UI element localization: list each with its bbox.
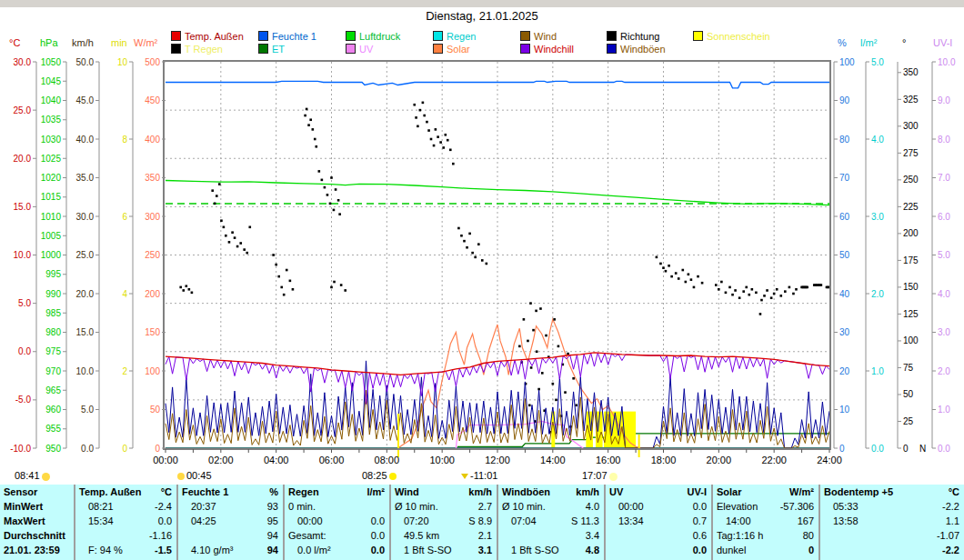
x-axis-time-label: 12:00 xyxy=(485,455,510,465)
astro-time: 08:25 xyxy=(362,470,398,481)
astro-time-label: 00:45 xyxy=(186,470,212,481)
axis-tick-label: 10.0 xyxy=(14,250,32,260)
cell-value: 2.7 xyxy=(478,500,492,515)
axis-tick-label: 150 xyxy=(145,327,160,337)
column-title: Windböen xyxy=(502,485,550,500)
cell-info: 00:00 xyxy=(288,515,323,529)
sun-low-icon xyxy=(461,474,468,479)
cell-info: 14:00 xyxy=(717,515,751,529)
cell-info: Ø 10 min. xyxy=(395,500,438,515)
column-title: Temp. Außen xyxy=(79,485,141,500)
cell-info: 0 min. xyxy=(288,500,316,515)
column-title: Feuchte 1 xyxy=(182,485,228,500)
cell-value: 0.0 xyxy=(371,515,385,529)
row-label: MinWert xyxy=(4,500,43,515)
axis-tick-label: 70 xyxy=(839,173,850,183)
moon-icon xyxy=(42,473,50,481)
cell-info: 20:37 xyxy=(182,500,216,515)
cell-info: 1 Bft S-SO xyxy=(502,544,559,558)
table-column: SensorMinWertMaxWertDurchschnitt21.01. 2… xyxy=(0,485,75,560)
table-row-cell: MaxWert xyxy=(4,515,69,529)
cell-value: 4.8 xyxy=(586,544,599,558)
axis-tick-label: 10 xyxy=(839,405,850,415)
x-axis-time-label: 00:00 xyxy=(153,455,178,465)
row-label: 21.01. 23:59 xyxy=(4,544,60,558)
cell-info: 49.5 km xyxy=(395,529,439,544)
table-row-cell: 1 Bft S-SO4.8 xyxy=(502,544,599,558)
axis-tick-label: 10.0 xyxy=(938,57,956,67)
column-unit: UV-I xyxy=(688,485,707,500)
axis-tick-label: 3.0 xyxy=(938,327,950,337)
table-row-cell: -2.2 xyxy=(824,544,959,558)
axis-tick-label: 1.0 xyxy=(938,405,950,415)
table-column: Feuchte 1%20:379304:2595944.10 g/m³94 xyxy=(178,485,285,560)
axis-tick-label: 1045 xyxy=(41,76,62,86)
table-row-cell: Durchschnitt xyxy=(4,529,69,544)
cell-value: 95 xyxy=(267,515,278,529)
column-title: UV xyxy=(609,485,623,500)
axis-tick-label: 300 xyxy=(903,121,919,131)
axis-tick-label: 1.0 xyxy=(871,366,884,376)
table-row-cell: dunkel0 xyxy=(717,544,814,558)
axis-tick-label: 1025 xyxy=(41,154,62,164)
axis-tick-label: 4 xyxy=(122,289,127,299)
table-row-cell: 0.0 l/m²0.0 xyxy=(288,544,385,558)
axis-tick-label: 5.0 xyxy=(81,405,94,415)
cell-value: -2.4 xyxy=(155,500,172,515)
axis-tick-label: 25.0 xyxy=(14,105,32,115)
axis-unit-label: ° xyxy=(902,37,906,48)
axis-tick-label: 0 xyxy=(903,444,909,454)
cell-info: 15:34 xyxy=(79,515,114,529)
column-title: Solar xyxy=(717,485,742,500)
axis-unit-label: l/m² xyxy=(860,37,878,48)
astro-time-label: 08:41 xyxy=(15,470,40,481)
column-unit: W/m² xyxy=(789,485,814,500)
table-row-cell: 94 xyxy=(182,529,278,544)
column-unit: km/h xyxy=(468,485,492,500)
axis-tick-label: 60 xyxy=(839,212,850,222)
axis-tick-label: 450 xyxy=(145,95,160,105)
axis-tick-label: 250 xyxy=(903,175,919,185)
x-axis-time-label: 18:00 xyxy=(651,455,677,465)
column-unit: % xyxy=(269,485,278,500)
cell-info: Elevation xyxy=(717,500,758,515)
axis-unit-label: min xyxy=(111,37,127,48)
astro-time: 08:41 xyxy=(15,470,52,481)
axis-tick-label: 1015 xyxy=(41,192,62,202)
axis-tick-label: 50 xyxy=(839,250,850,260)
axis-tick-label: 400 xyxy=(145,135,160,145)
cell-value: 4.0 xyxy=(586,500,599,515)
cell-value: 0.0 xyxy=(371,544,385,558)
axis-tick-label: 30.0 xyxy=(76,212,95,222)
cell-value: S 11.3 xyxy=(571,515,599,529)
axis-tick-label: 200 xyxy=(145,289,160,299)
axis-tick-label: 950 xyxy=(45,444,61,454)
cell-info: 4.10 g/m³ xyxy=(182,544,233,558)
table-row-cell: 13:581.1 xyxy=(824,515,959,529)
table-row-cell: Elevation-57.306 xyxy=(717,500,814,515)
column-title: Bodentemp +5 xyxy=(824,485,893,500)
cell-info: 1 Bft S-SO xyxy=(395,544,452,558)
cell-value: -2.2 xyxy=(942,544,959,558)
axis-tick-label: 980 xyxy=(45,327,61,337)
cell-value: -2.2 xyxy=(942,500,959,515)
axis-tick-label: 45.0 xyxy=(76,95,95,105)
cell-info: Gesamt: xyxy=(288,529,326,544)
sun-pale-icon xyxy=(609,473,618,481)
table-column: Windkm/hØ 10 min.2.707:20S 8.949.5 km2.1… xyxy=(391,485,498,560)
axis-tick-label: 90 xyxy=(839,95,850,105)
axis-tick-label: 1010 xyxy=(41,212,62,222)
axis-tick-label: 20.0 xyxy=(14,154,32,164)
axis-tick-label: 100 xyxy=(145,366,160,376)
x-axis-time-label: 04:00 xyxy=(264,455,289,465)
axis-tick-label: 100 xyxy=(903,335,919,345)
axis-tick-label: 1020 xyxy=(41,173,62,183)
row-label: Durchschnitt xyxy=(4,529,65,544)
table-header-cell: Feuchte 1% xyxy=(182,485,278,500)
table-row-cell: 21.01. 23:59 xyxy=(4,544,69,558)
table-row-cell: 3.4 xyxy=(502,529,599,544)
cell-info: dunkel xyxy=(717,544,746,558)
table-row-cell: 07:04S 11.3 xyxy=(502,515,599,529)
axis-tick-label: 8.0 xyxy=(938,135,950,145)
table-row-cell: 15:340.0 xyxy=(79,515,172,529)
